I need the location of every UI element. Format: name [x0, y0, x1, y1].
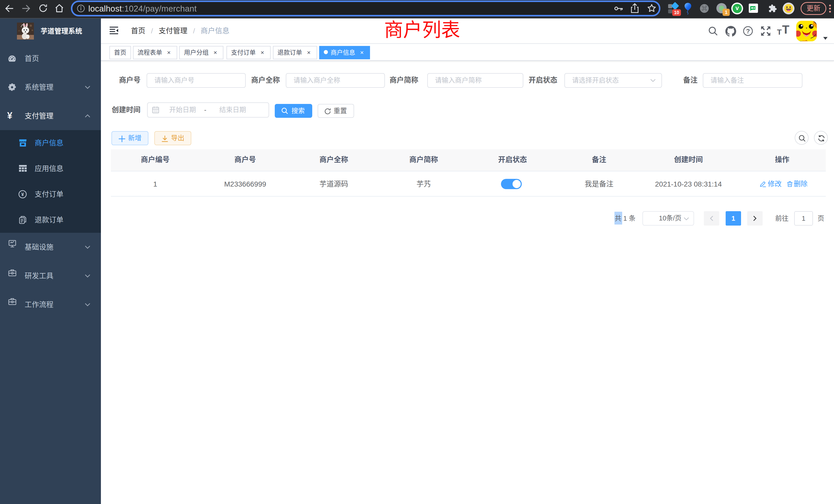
- svg-text:¥: ¥: [21, 192, 24, 197]
- svg-text:?: ?: [746, 28, 750, 35]
